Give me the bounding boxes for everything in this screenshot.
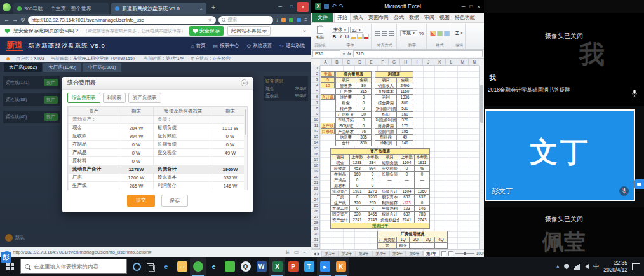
cell[interactable]: 中 [378,249,397,250]
cell[interactable]: 本年数 [415,155,430,160]
cell[interactable]: 金额 [397,78,413,83]
cell[interactable]: 994 [365,166,380,172]
cell[interactable]: 284 [365,160,380,166]
sheet-tab-2[interactable]: 第3年 [356,251,373,257]
column-header-I[interactable]: I [412,59,423,65]
cell[interactable]: 1200 [365,195,380,200]
close-icon[interactable]: × [303,28,306,34]
security-shield-icon[interactable] [564,264,569,270]
cell[interactable] [435,243,448,249]
align-left-button[interactable] [375,31,380,36]
bookmark-star-icon[interactable]: ★ [208,17,212,23]
tab-close-icon[interactable]: × [199,6,203,11]
extension-icon[interactable] [297,18,301,22]
cell[interactable]: 30 [356,112,372,118]
modal-scrollbar[interactable] [244,107,247,190]
row-number-10[interactable]: 10 [311,117,319,123]
cell[interactable]: 所得税 [375,135,397,141]
messages-icon[interactable]: ▭ [294,249,299,255]
cell[interactable]: 195 [397,129,413,135]
cell[interactable]: 146 [415,206,430,212]
browser-logo-icon[interactable] [3,3,11,11]
cell[interactable]: 1960 [415,189,430,195]
cell[interactable]: 4Q [435,237,448,243]
taskbar-icon-tim[interactable]: T [301,257,317,276]
cell[interactable]: 453 [350,166,365,172]
cell[interactable]: 项目 [380,155,399,160]
cell[interactable]: — [399,183,415,189]
row-number-23[interactable]: 23 [311,191,319,197]
cell[interactable]: 123 [399,206,415,212]
cell[interactable]: 在建工程 [331,206,350,212]
column-header-A[interactable]: A [320,59,332,65]
menu-icon[interactable]: ≡ [303,249,306,255]
sheet-tab-5[interactable]: 第6年 [406,251,423,257]
cell[interactable]: 折旧前利润 [375,106,397,112]
minimize-button[interactable]: ─ [462,4,466,10]
cell[interactable]: 315 [356,89,372,95]
row-number-3[interactable]: 3 [311,77,319,83]
cell[interactable]: 1604 [399,160,415,166]
modal-close-button[interactable]: × [241,79,248,86]
row-number-21[interactable]: 21 [311,180,319,186]
cell[interactable]: 0 [350,195,365,200]
cell[interactable]: — [380,177,399,183]
ribbon-tab-1[interactable]: 插入 [351,13,366,22]
cell[interactable] [410,243,422,249]
cell[interactable]: 税前利润 [375,129,397,135]
cell[interactable]: 长期负债 [380,172,399,177]
cell[interactable]: 2743 [415,217,430,223]
mic-icon[interactable] [631,89,638,100]
taskbar-icon-360-browser[interactable] [190,257,206,276]
ribbon-tab-6[interactable]: 视图 [437,13,452,22]
column-header-J[interactable]: J [423,59,434,65]
taskbar-icon-excel[interactable]: X [269,257,285,276]
cell[interactable]: 1921 [350,189,365,195]
side-cell-0[interactable]: 竞单 [321,71,335,77]
column-header-C[interactable]: C [343,59,354,65]
cell[interactable]: 806 [356,141,372,146]
cell[interactable]: 3Q [422,237,435,243]
cell[interactable]: 上年数 [399,155,415,160]
cell[interactable]: 0 [365,172,380,177]
sheet-tab-6[interactable]: 第7年 [423,251,440,257]
table-style-button[interactable] [437,31,443,36]
cell[interactable]: 负债权益合计 [380,217,399,223]
row-number-2[interactable]: 2 [311,71,319,77]
cell[interactable]: 0 [365,177,380,183]
taskbar-icon-tencent-classroom[interactable]: K [333,257,349,276]
row-number-24[interactable]: 24 [311,197,319,203]
cell[interactable]: 320 [350,200,365,206]
scroll-down-chevron-icon[interactable] [561,252,567,256]
cell[interactable]: 0 [365,183,380,189]
taskbar-icon-powerpoint[interactable]: P [285,257,301,276]
excel-logo-icon[interactable]: X [315,3,321,10]
forward-button[interactable]: → [12,17,18,23]
cell[interactable] [422,243,435,249]
cell[interactable]: 现金 [331,160,350,166]
minimize-button[interactable]: ─ [274,2,286,12]
font-size-select[interactable]: 12▼ [350,27,363,33]
cell[interactable]: — [415,183,430,189]
tray-expand-chevron-icon[interactable]: ∧ [556,264,560,270]
cell[interactable]: 530 [397,106,413,112]
cell[interactable]: 大 [378,243,397,249]
save-icon[interactable] [324,4,329,9]
cell[interactable]: 0 [356,100,372,106]
ribbon-tab-7[interactable]: 特色功能 [452,13,478,22]
cell[interactable]: 2Q [410,237,422,243]
underline-button[interactable]: U [344,34,350,39]
nav-item-home[interactable]: ⌂首页 [191,43,206,49]
ribbon-tab-5[interactable]: 审阅 [422,13,437,22]
cell[interactable]: 2241 [399,217,415,223]
cell[interactable]: 应交税金 [380,166,399,172]
taskbar-icon-tencent-meeting[interactable]: ▸ [317,257,333,276]
column-header-B[interactable]: B [332,59,343,65]
back-button[interactable]: ← [4,17,10,23]
taskbar-icon-file-explorer[interactable]: ▱ [174,257,190,276]
cell[interactable]: 权益合计 [380,212,399,217]
row-number-16[interactable]: 16 [311,151,319,157]
cell[interactable]: 年度净利 [380,206,399,212]
undo-icon[interactable]: ↶ [332,3,337,10]
extension-icon[interactable] [281,18,286,22]
